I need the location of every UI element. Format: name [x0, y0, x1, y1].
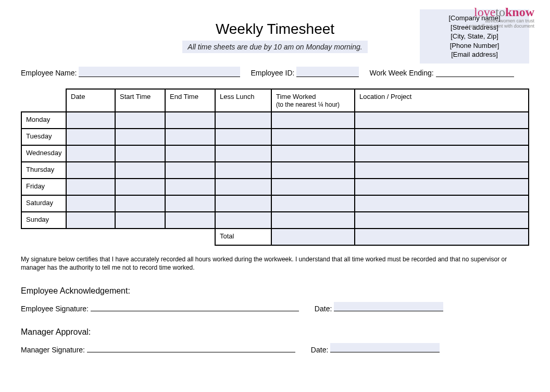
cell-end[interactable]: [165, 179, 215, 195]
logo-text-to: to: [495, 5, 505, 19]
col-location-project: Location / Project: [355, 89, 529, 112]
total-worked[interactable]: [271, 229, 355, 245]
cell-worked[interactable]: [271, 112, 355, 129]
cell-worked[interactable]: [271, 129, 355, 145]
table-row: Saturday: [21, 195, 529, 212]
employee-signature-field[interactable]: [91, 302, 299, 311]
cell-worked[interactable]: [271, 212, 355, 229]
logo-tagline: advice women can trust: [466, 18, 534, 23]
col-start-time: Start Time: [115, 89, 165, 112]
cell-start[interactable]: [115, 162, 165, 179]
certification-text: My signature below certifies that I have…: [21, 255, 529, 272]
timesheet-table: Date Start Time End Time Less Lunch Time…: [21, 88, 529, 246]
cell-lunch[interactable]: [215, 179, 271, 195]
col-time-worked-label: Time Worked: [276, 93, 316, 100]
row-day-label: Wednesday: [21, 145, 66, 162]
company-email: [Email address]: [425, 50, 524, 59]
cell-lunch[interactable]: [215, 129, 271, 145]
employee-signature-row: Employee Signature: Date:: [21, 302, 529, 313]
employee-info-row: Employee Name: Employee ID: Work Week En…: [21, 67, 529, 77]
table-row: Tuesday: [21, 129, 529, 145]
cell-start[interactable]: [115, 195, 165, 212]
logo-text-know: know: [505, 5, 534, 19]
manager-signature-label: Manager Signature:: [21, 346, 85, 354]
logo-print-note: Logo will not print with document: [466, 23, 534, 29]
employee-id-field[interactable]: [296, 67, 359, 77]
cell-lunch[interactable]: [215, 145, 271, 162]
cell-worked[interactable]: [271, 179, 355, 195]
cell-location[interactable]: [355, 195, 529, 212]
employee-name-label: Employee Name:: [21, 69, 77, 77]
cell-lunch[interactable]: [215, 112, 271, 129]
cell-end[interactable]: [165, 112, 215, 129]
cell-date[interactable]: [66, 129, 115, 145]
timesheet-document: lovetoknow advice women can trust Logo w…: [0, 0, 550, 364]
cell-start[interactable]: [115, 145, 165, 162]
cell-lunch[interactable]: [215, 212, 271, 229]
cell-worked[interactable]: [271, 162, 355, 179]
company-city-state-zip: [City, State, Zip]: [425, 32, 524, 41]
cell-start[interactable]: [115, 112, 165, 129]
total-label: Total: [215, 229, 271, 245]
cell-location[interactable]: [355, 179, 529, 195]
cell-worked[interactable]: [271, 195, 355, 212]
work-week-ending-field[interactable]: [436, 67, 514, 77]
cell-worked[interactable]: [271, 145, 355, 162]
cell-end[interactable]: [165, 212, 215, 229]
cell-date[interactable]: [66, 179, 115, 195]
employee-ack-heading: Employee Acknowledgement:: [21, 286, 529, 296]
table-row: Sunday: [21, 212, 529, 229]
row-day-label: Thursday: [21, 162, 66, 179]
cell-end[interactable]: [165, 162, 215, 179]
table-row: Monday: [21, 112, 529, 129]
employee-id-label: Employee ID:: [251, 69, 294, 77]
employee-signature-label: Employee Signature:: [21, 305, 89, 313]
cell-date[interactable]: [66, 195, 115, 212]
table-row: Friday: [21, 179, 529, 195]
table-total-row: Total: [21, 229, 529, 245]
cell-start[interactable]: [115, 212, 165, 229]
cell-lunch[interactable]: [215, 162, 271, 179]
cell-lunch[interactable]: [215, 195, 271, 212]
cell-date[interactable]: [66, 112, 115, 129]
cell-end[interactable]: [165, 195, 215, 212]
work-week-ending-label: Work Week Ending:: [369, 69, 433, 77]
row-day-label: Saturday: [21, 195, 66, 212]
manager-signature-row: Manager Signature: Date:: [21, 343, 529, 354]
col-time-worked: Time Worked (to the nearest ¼ hour): [271, 89, 355, 112]
employee-ack-date-field[interactable]: [334, 302, 443, 311]
cell-location[interactable]: [355, 112, 529, 129]
cell-end[interactable]: [165, 129, 215, 145]
manager-date-field[interactable]: [330, 343, 440, 352]
manager-signature-field[interactable]: [87, 343, 295, 352]
cell-date[interactable]: [66, 212, 115, 229]
cell-location[interactable]: [355, 129, 529, 145]
total-location[interactable]: [355, 229, 529, 245]
employee-name-field[interactable]: [79, 67, 240, 77]
cell-start[interactable]: [115, 129, 165, 145]
table-header-row: Date Start Time End Time Less Lunch Time…: [21, 89, 529, 112]
col-time-worked-sub: (to the nearest ¼ hour): [276, 101, 340, 108]
cell-location[interactable]: [355, 212, 529, 229]
col-date: Date: [66, 89, 115, 112]
employee-ack-date-label: Date:: [315, 305, 332, 313]
table-row: Thursday: [21, 162, 529, 179]
page-subtitle: All time sheets are due by 10 am on Mond…: [182, 41, 367, 53]
manager-date-label: Date:: [311, 346, 328, 354]
cell-location[interactable]: [355, 162, 529, 179]
col-less-lunch: Less Lunch: [215, 89, 271, 112]
cell-start[interactable]: [115, 179, 165, 195]
cell-end[interactable]: [165, 145, 215, 162]
row-day-label: Tuesday: [21, 129, 66, 145]
table-row: Wednesday: [21, 145, 529, 162]
brand-logo: lovetoknow advice women can trust Logo w…: [466, 5, 534, 29]
col-end-time: End Time: [165, 89, 215, 112]
row-day-label: Monday: [21, 112, 66, 129]
cell-date[interactable]: [66, 162, 115, 179]
cell-location[interactable]: [355, 145, 529, 162]
row-day-label: Friday: [21, 179, 66, 195]
company-phone: [Phone Number]: [425, 41, 524, 50]
logo-text-love: love: [474, 5, 495, 19]
cell-date[interactable]: [66, 145, 115, 162]
manager-approval-heading: Manager Approval:: [21, 327, 529, 337]
